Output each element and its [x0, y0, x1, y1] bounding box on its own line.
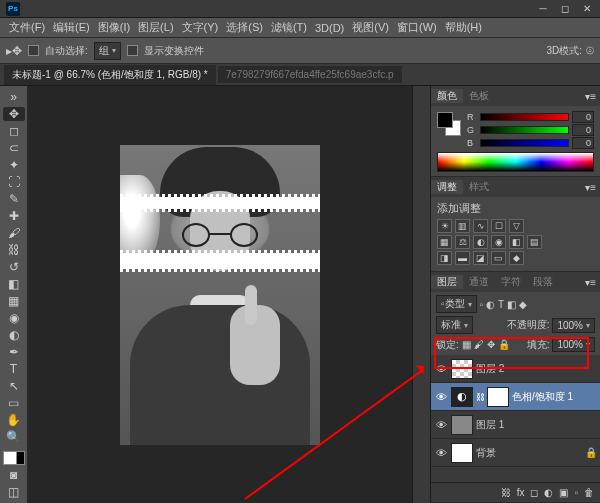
- document-tab-2[interactable]: 7e798279f667efda4ffe25fc69ae3cfc.p: [218, 66, 402, 83]
- blur-tool[interactable]: ◉: [3, 311, 25, 325]
- fill-input[interactable]: 100%: [552, 337, 595, 352]
- mask-thumbnail[interactable]: [487, 387, 509, 407]
- layer-fx-icon[interactable]: fx: [517, 487, 525, 498]
- layer-thumbnail[interactable]: [451, 443, 473, 463]
- new-layer-icon[interactable]: ▫: [574, 487, 578, 498]
- history-brush-tool[interactable]: ↺: [3, 260, 25, 274]
- transform-checkbox[interactable]: [127, 45, 138, 56]
- document-tab-1[interactable]: 未标题-1 @ 66.7% (色相/饱和度 1, RGB/8) *: [4, 65, 216, 85]
- menu-help[interactable]: 帮助(H): [442, 20, 485, 35]
- menu-filter[interactable]: 滤镜(T): [268, 20, 310, 35]
- exposure-icon[interactable]: ☐: [491, 219, 506, 233]
- lasso-tool[interactable]: ⊂: [3, 141, 25, 155]
- posterize-icon[interactable]: ▬: [455, 251, 470, 265]
- menu-select[interactable]: 选择(S): [223, 20, 266, 35]
- selective-color-icon[interactable]: ◆: [509, 251, 524, 265]
- gradient-tool[interactable]: ▦: [3, 294, 25, 308]
- filter-icon[interactable]: ▫: [480, 299, 484, 310]
- filter-type-dropdown[interactable]: ▫类型: [436, 295, 477, 313]
- layer-thumbnail[interactable]: [451, 359, 473, 379]
- zoom-tool[interactable]: 🔍: [3, 430, 25, 444]
- blend-mode-dropdown[interactable]: 标准: [436, 316, 473, 334]
- pen-tool[interactable]: ✒: [3, 345, 25, 359]
- visibility-icon[interactable]: 👁: [434, 419, 448, 431]
- levels-icon[interactable]: ▥: [455, 219, 470, 233]
- dodge-tool[interactable]: ◐: [3, 328, 25, 342]
- new-adjustment-icon[interactable]: ◐: [544, 487, 553, 498]
- link-icon[interactable]: ⛓: [476, 392, 484, 402]
- character-tab[interactable]: 字符: [495, 275, 527, 289]
- panel-menu-icon[interactable]: ▾≡: [585, 277, 596, 288]
- document-canvas[interactable]: [120, 145, 320, 445]
- r-value[interactable]: 0: [572, 111, 594, 123]
- close-button[interactable]: ✕: [580, 4, 594, 14]
- paragraph-tab[interactable]: 段落: [527, 275, 559, 289]
- wand-tool[interactable]: ✦: [3, 158, 25, 172]
- layer-thumbnail[interactable]: [451, 415, 473, 435]
- menu-layer[interactable]: 图层(L): [135, 20, 176, 35]
- filter-icon[interactable]: T: [498, 299, 504, 310]
- color-swatches[interactable]: [3, 451, 25, 465]
- 3d-icon[interactable]: ⦾: [586, 45, 594, 57]
- heal-tool[interactable]: ✚: [3, 209, 25, 223]
- opacity-input[interactable]: 100%: [552, 318, 595, 333]
- text-tool[interactable]: T: [3, 362, 25, 376]
- layer-name[interactable]: 色相/饱和度 1: [512, 390, 597, 404]
- lookup-icon[interactable]: ▤: [527, 235, 542, 249]
- eraser-tool[interactable]: ◧: [3, 277, 25, 291]
- r-slider[interactable]: [480, 113, 569, 121]
- gradient-map-icon[interactable]: ▭: [491, 251, 506, 265]
- eyedropper-tool[interactable]: ✎: [3, 192, 25, 206]
- menu-3d[interactable]: 3D(D): [312, 22, 347, 34]
- layer-row[interactable]: 👁 图层 1: [431, 411, 600, 439]
- g-value[interactable]: 0: [572, 124, 594, 136]
- minimize-button[interactable]: ─: [536, 4, 550, 14]
- spectrum-picker[interactable]: [437, 152, 594, 172]
- collapsed-dock[interactable]: [412, 86, 430, 503]
- link-layers-icon[interactable]: ⛓: [501, 487, 511, 498]
- filter-icon[interactable]: ◧: [507, 299, 516, 310]
- move-tool[interactable]: ✥: [3, 107, 25, 121]
- stamp-tool[interactable]: ⛓: [3, 243, 25, 257]
- adjustments-tab[interactable]: 调整: [431, 180, 463, 194]
- layer-mask-icon[interactable]: ◻: [530, 487, 538, 498]
- fg-color-box[interactable]: [437, 112, 453, 128]
- visibility-icon[interactable]: 👁: [434, 391, 448, 403]
- maximize-button[interactable]: ◻: [558, 4, 572, 14]
- channels-tab[interactable]: 通道: [463, 275, 495, 289]
- hue-sat-icon[interactable]: ▦: [437, 235, 452, 249]
- layer-row[interactable]: 👁 图层 2: [431, 355, 600, 383]
- adjustment-thumbnail[interactable]: ◐: [451, 387, 473, 407]
- menu-type[interactable]: 文字(Y): [179, 20, 222, 35]
- path-tool[interactable]: ↖: [3, 379, 25, 393]
- brush-tool[interactable]: 🖌: [3, 226, 25, 240]
- menu-view[interactable]: 视图(V): [349, 20, 392, 35]
- canvas-area[interactable]: [28, 86, 412, 503]
- menu-image[interactable]: 图像(I): [95, 20, 133, 35]
- layer-name[interactable]: 图层 2: [476, 362, 597, 376]
- auto-select-dropdown[interactable]: 组: [94, 42, 121, 60]
- g-slider[interactable]: [480, 126, 569, 134]
- b-slider[interactable]: [480, 139, 569, 147]
- brightness-icon[interactable]: ☀: [437, 219, 452, 233]
- quickmask-tool[interactable]: ◙: [3, 468, 25, 482]
- new-group-icon[interactable]: ▣: [559, 487, 568, 498]
- lock-pos-icon[interactable]: ✥: [487, 339, 495, 350]
- marquee-tool[interactable]: ◻: [3, 124, 25, 138]
- bw-icon[interactable]: ◐: [473, 235, 488, 249]
- b-value[interactable]: 0: [572, 137, 594, 149]
- menu-file[interactable]: 文件(F): [6, 20, 48, 35]
- filter-icon[interactable]: ◐: [486, 299, 495, 310]
- auto-select-checkbox[interactable]: [28, 45, 39, 56]
- delete-layer-icon[interactable]: 🗑: [584, 487, 594, 498]
- layer-name[interactable]: 背景: [476, 446, 582, 460]
- layer-row[interactable]: 👁 ◐ ⛓ 色相/饱和度 1: [431, 383, 600, 411]
- hand-tool[interactable]: ✋: [3, 413, 25, 427]
- lock-all-icon[interactable]: 🔒: [498, 339, 510, 350]
- visibility-icon[interactable]: 👁: [434, 447, 448, 459]
- layer-row[interactable]: 👁 背景 🔒: [431, 439, 600, 467]
- tab-icon[interactable]: »: [3, 90, 25, 104]
- crop-tool[interactable]: ⛶: [3, 175, 25, 189]
- color-balance-icon[interactable]: ⚖: [455, 235, 470, 249]
- shape-tool[interactable]: ▭: [3, 396, 25, 410]
